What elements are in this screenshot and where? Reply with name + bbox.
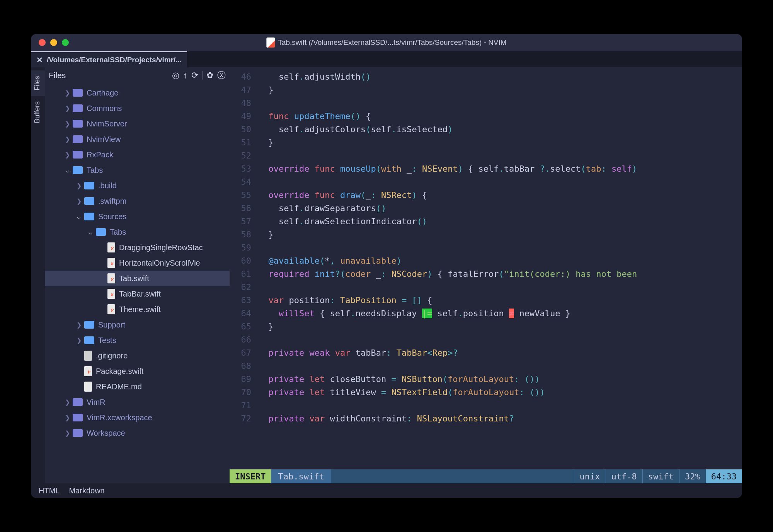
minimize-window-button[interactable] [50, 39, 57, 46]
code-line[interactable]: self.adjustColors(self.isSelected) [258, 123, 742, 136]
code-line[interactable]: private weak var tabBar: TabBar<Rep>? [258, 346, 742, 360]
file-icon [107, 258, 115, 268]
tree-item[interactable]: ❯Commons [45, 101, 230, 116]
bottom-tab-markdown[interactable]: Markdown [69, 486, 104, 495]
code-line[interactable] [258, 333, 742, 346]
close-icon[interactable]: ✕ [36, 55, 43, 65]
tree-item[interactable]: ❯Workspace [45, 425, 230, 441]
tree-item[interactable]: ❯.build [45, 178, 230, 193]
chevron-icon[interactable]: ❯ [64, 430, 70, 437]
tree-item[interactable]: ⌵Sources [45, 209, 230, 224]
code-line[interactable]: override func mouseUp(with _: NSEvent) {… [258, 162, 742, 176]
refresh-icon[interactable]: ⟳ [191, 70, 198, 80]
chevron-icon[interactable]: ❯ [76, 337, 82, 344]
code-line[interactable]: self.drawSeparators() [258, 202, 742, 215]
tree-item[interactable]: ❯VimR.xcworkspace [45, 410, 230, 425]
file-explorer-toolbar: ◎ ↑ ⟳ ✿ ⓧ [172, 70, 226, 81]
code-line[interactable]: private var widthConstraint: NSLayoutCon… [258, 412, 742, 425]
code-line[interactable] [258, 281, 742, 294]
tree-item[interactable]: ⌵Tabs [45, 162, 230, 178]
code-line[interactable] [258, 176, 742, 189]
code-line[interactable] [258, 241, 742, 254]
status-cursor-position: 64:33 [706, 469, 742, 483]
code-line[interactable]: required init?(coder _: NSCoder) { fatal… [258, 268, 742, 281]
file-tree[interactable]: ❯Carthage❯Commons❯NvimServer❯NvimView❯Rx… [45, 84, 230, 483]
chevron-icon[interactable]: ❯ [64, 105, 70, 112]
tree-item[interactable]: DraggingSingleRowStac [45, 240, 230, 255]
line-number: 54 [230, 176, 258, 189]
line-number: 53 [230, 162, 258, 176]
chevron-icon[interactable]: ⌵ [76, 213, 82, 220]
folder-icon [73, 151, 83, 159]
code-line[interactable]: } [258, 136, 742, 149]
code-line[interactable]: self.drawSelectionIndicator() [258, 215, 742, 228]
code-line[interactable] [258, 360, 742, 373]
tab-active[interactable]: ✕ /Volumes/ExternalSSD/Projects/vimr/... [31, 51, 187, 67]
line-number: 55 [230, 189, 258, 202]
up-arrow-icon[interactable]: ↑ [183, 70, 187, 80]
tree-item[interactable]: Tab.swift [45, 271, 230, 286]
tree-item[interactable]: ❯Carthage [45, 85, 230, 101]
tree-item[interactable]: ❯RxPack [45, 147, 230, 162]
folder-icon [96, 228, 106, 236]
code-line[interactable] [258, 97, 742, 110]
chevron-icon[interactable]: ❯ [76, 182, 82, 189]
code-line[interactable] [258, 399, 742, 412]
tree-item-label: VimR.xcworkspace [87, 413, 152, 422]
chevron-icon[interactable]: ⌵ [64, 167, 70, 174]
side-tab-buffers[interactable]: Buffers [31, 96, 45, 129]
chevron-icon[interactable]: ❯ [64, 399, 70, 406]
tree-item[interactable]: ❯VimR [45, 394, 230, 410]
code-line[interactable]: } [258, 320, 742, 333]
tree-item[interactable]: HorizontalOnlyScrollVie [45, 255, 230, 271]
gear-icon[interactable]: ✿ [206, 70, 213, 80]
code-line[interactable]: willSet { self.needsDisplay |= self.posi… [258, 307, 742, 320]
target-icon[interactable]: ◎ [172, 70, 179, 80]
chevron-icon[interactable]: ❯ [76, 321, 82, 329]
code-content[interactable]: self.adjustWidth() } func updateTheme() … [258, 67, 742, 469]
code-line[interactable]: private let titleView = NSTextField(forA… [258, 386, 742, 399]
code-line[interactable]: self.adjustWidth() [258, 70, 742, 84]
code-line[interactable]: private let closeButton = NSButton(forAu… [258, 373, 742, 386]
file-icon [107, 242, 115, 252]
tree-item-label: Tabs [87, 166, 103, 175]
chevron-icon[interactable]: ❯ [64, 120, 70, 128]
tree-item[interactable]: README.md [45, 379, 230, 394]
chevron-icon[interactable]: ⌵ [87, 228, 94, 236]
chevron-icon[interactable]: ❯ [64, 89, 70, 97]
chevron-icon[interactable]: ❯ [76, 198, 82, 205]
line-number: 65 [230, 320, 258, 333]
code-editor[interactable]: 4647484950515253545556575859606162636465… [230, 67, 742, 483]
tree-item[interactable]: ❯.swiftpm [45, 193, 230, 209]
tree-item-label: Support [98, 321, 125, 329]
code-line[interactable]: @available(*, unavailable) [258, 254, 742, 268]
chevron-icon[interactable]: ❯ [64, 136, 70, 143]
side-tab-files[interactable]: Files [31, 70, 45, 96]
code-line[interactable]: } [258, 84, 742, 97]
code-line[interactable]: func updateTheme() { [258, 110, 742, 123]
tree-item[interactable]: ❯NvimServer [45, 116, 230, 131]
zoom-window-button[interactable] [62, 39, 69, 46]
tree-item[interactable]: TabBar.swift [45, 286, 230, 302]
line-number: 50 [230, 123, 258, 136]
code-line[interactable]: } [258, 228, 742, 241]
tree-item[interactable]: .gitignore [45, 348, 230, 363]
tree-item-label: DraggingSingleRowStac [119, 243, 203, 252]
tree-item[interactable]: ❯NvimView [45, 131, 230, 147]
folder-icon [84, 321, 94, 329]
window-body: ✕ /Volumes/ExternalSSD/Projects/vimr/...… [31, 51, 742, 498]
close-window-button[interactable] [39, 39, 46, 46]
chevron-icon[interactable]: ❯ [64, 151, 70, 159]
tree-item-label: README.md [96, 382, 142, 391]
code-line[interactable] [258, 149, 742, 162]
code-line[interactable]: var position: TabPosition = [] { [258, 294, 742, 307]
tree-item[interactable]: ⌵Tabs [45, 224, 230, 240]
chevron-icon[interactable]: ❯ [64, 414, 70, 421]
bottom-tab-html[interactable]: HTML [39, 486, 60, 495]
tree-item[interactable]: Theme.swift [45, 302, 230, 317]
tree-item[interactable]: ❯Tests [45, 332, 230, 348]
tree-item[interactable]: ❯Support [45, 317, 230, 332]
tree-item[interactable]: Package.swift [45, 363, 230, 379]
close-panel-icon[interactable]: ⓧ [217, 70, 226, 81]
code-line[interactable]: override func draw(_: NSRect) { [258, 189, 742, 202]
